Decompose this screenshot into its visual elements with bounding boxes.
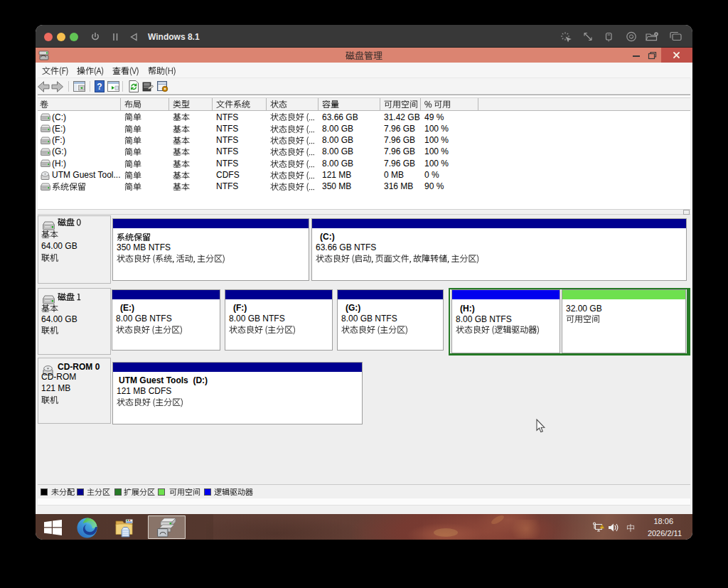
svg-text:?: ? xyxy=(97,82,102,92)
